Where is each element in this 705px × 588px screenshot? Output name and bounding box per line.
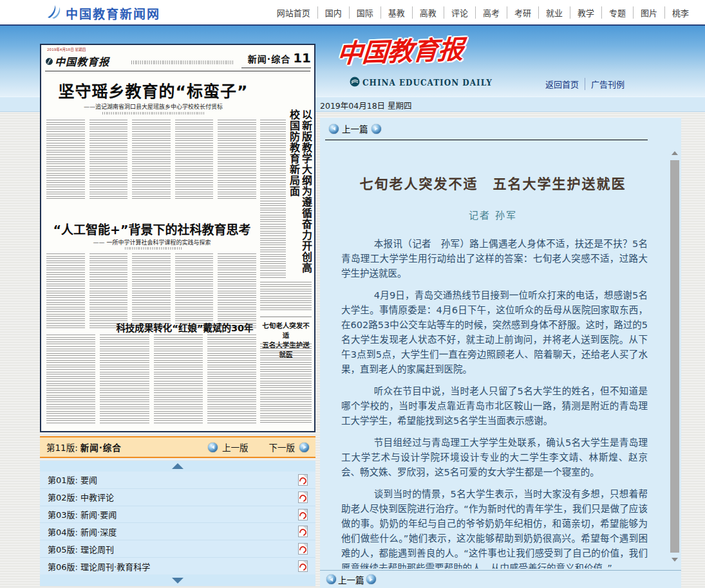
nav-item-jobs[interactable]: 就业 (538, 6, 570, 19)
edition-item-03[interactable]: 第03版: 新闻·要闻 (40, 506, 315, 524)
newspaper-byline-bar (102, 112, 205, 115)
collapse-arrow-icon (172, 463, 183, 469)
next-edition-link[interactable]: 下一版 (269, 441, 296, 454)
edition-item-04[interactable]: 第04版: 新闻·深度 (40, 523, 315, 540)
prev-article-icon-right-bottom[interactable] (366, 574, 376, 584)
current-date: 2019年04月18日 星期四 (320, 99, 412, 111)
scrollbar-thumb[interactable] (670, 160, 679, 553)
article-content: 七旬老人突发不适 五名大学生护送就医 记者 孙军 本报讯（记者 孙军）路上偶遇老… (320, 143, 666, 569)
current-edition-prefix: 第11版: (46, 441, 78, 454)
pdf-icon[interactable] (298, 492, 308, 503)
header-links: 返回首页 广告刊例 (540, 78, 630, 90)
article-prev-nav-bottom: 上一篇 (320, 570, 681, 588)
article-byline: 记者 孙军 (320, 208, 666, 221)
current-edition-name: 新闻·综合 (80, 441, 122, 454)
nav-item-taoli[interactable]: 桃李 (664, 6, 696, 19)
nav-item-basic-edu[interactable]: 基教 (381, 6, 412, 19)
scrollbar-up-arrow[interactable] (670, 149, 680, 158)
newspaper-tiny-date: 2019年4月18日 星期四 (47, 47, 86, 52)
paper-brand-icon (350, 77, 360, 89)
paragraph: 本报讯（记者 孙军）路上偶遇老人身体不适，扶还是不扶？5名青岛理工大学学生用行动… (341, 237, 648, 281)
article-title: 七旬老人突发不适 五名大学生护送就医 (320, 173, 666, 192)
collapse-list-bar[interactable] (40, 461, 315, 472)
nav-item-higher-edu[interactable]: 高教 (412, 6, 444, 19)
nav-item-teaching[interactable]: 教学 (570, 6, 601, 19)
nav-item-pictures[interactable]: 图片 (633, 6, 664, 19)
edition-item-01[interactable]: 第01版: 要闻 (40, 472, 315, 489)
next-edition-icon[interactable] (299, 443, 309, 452)
newspaper-headline-2-subtitle: —— 一所中学计算社会科学课程的实践与探索 (54, 238, 250, 246)
newspaper-headline-1: 坚守瑶乡教育的“标蛮子” (45, 78, 261, 102)
prev-article-icon-left-bottom[interactable] (326, 574, 336, 584)
expand-arrow-icon (172, 578, 183, 583)
site-logo-icon (45, 4, 62, 22)
nav-item-international[interactable]: 国际 (349, 6, 381, 19)
newspaper-text-columns-2 (46, 253, 256, 328)
edition-item-06[interactable]: 第06版: 理论周刊·教育科学 (40, 558, 315, 574)
newspaper-vertical-headline: 以新版教学大纲为遵循奋力开创高校国防教育新局面 (288, 109, 312, 275)
article-header-divider (325, 140, 648, 140)
edition-item-05[interactable]: 第05版: 理论周刊 (40, 540, 315, 558)
nav-item-special[interactable]: 专题 (601, 6, 633, 19)
newspaper-text-columns-3 (46, 335, 256, 423)
prev-edition-icon[interactable] (208, 443, 218, 452)
paragraph: 4月9日，青岛交通热线节目接到一位听众打来的电话，想感谢5名大学生。事情原委是：… (341, 288, 648, 377)
prev-article-icon-right[interactable] (371, 124, 381, 134)
paragraph: 听众在节目中说，当时老人只留了5名大学生的姓名，但不知道是哪个学校的，当时事发点… (341, 384, 648, 428)
edition-item-02[interactable]: 第02版: 中教评论 (40, 489, 315, 506)
newspaper-page-image[interactable]: 2019年4月18日 星期四 中国教育报 新闻·综合 11 坚守瑶乡教育的“标蛮… (40, 44, 315, 432)
newspaper-masthead-rule (45, 71, 310, 71)
newspaper-edition-label: 新闻·综合 11 (248, 50, 311, 66)
newspaper-headline-3: 科技成果转化“红娘”戴斌的30年 (112, 320, 258, 334)
newspaper-byline-bar-2 (125, 247, 183, 250)
article-paragraphs: 本报讯（记者 孙军）路上偶遇老人身体不适，扶还是不扶？5名青岛理工大学学生用行动… (341, 237, 648, 569)
nav-item-gaokao[interactable]: 高考 (475, 6, 507, 19)
edition-nav-bar: 第11版: 新闻·综合 上一版 下一版 (40, 436, 315, 458)
newspaper-text-columns (46, 120, 256, 201)
newspaper-masthead-smalltext (131, 60, 233, 64)
back-home-link[interactable]: 返回首页 (540, 78, 585, 90)
nav-item-domestic[interactable]: 国内 (317, 6, 349, 19)
site-logo-text: 中国教育新闻网 (66, 5, 160, 22)
article-panel: 上一篇 七旬老人突发不适 五名大学生护送就医 记者 孙军 本报讯（记者 孙军）路… (320, 118, 681, 588)
newspaper-masthead-logo: 中国教育报 (46, 53, 109, 69)
prev-edition-link[interactable]: 上一版 (222, 441, 249, 454)
paragraph: 谈到当时的情景，5名大学生表示，当时大家没有多想，只想着帮助老人尽快到医院进行治… (341, 487, 648, 569)
newspaper-right-column: 七旬老人突发不适 五名大学生护送就医 (260, 282, 312, 423)
top-navigation: 网站首页 国内 国际 基教 高教 评论 高考 考研 就业 教学 专题 图片 桃李 (270, 0, 696, 24)
nav-item-home[interactable]: 网站首页 (270, 6, 317, 19)
paragraph: 节目组经过与青岛理工大学学生处联系，确认5名大学生是青岛理工大学艺术与设计学院环… (341, 436, 648, 480)
site-logo[interactable]: 中国教育新闻网 (45, 4, 160, 22)
pdf-icon[interactable] (298, 560, 308, 572)
nav-item-comment[interactable]: 评论 (444, 6, 475, 19)
newspaper-edition-rule (241, 68, 311, 68)
edition-list: 第01版: 要闻 第02版: 中教评论 第03版: 新闻·要闻 第04版: 新闻… (40, 472, 315, 574)
pdf-icon[interactable] (298, 509, 308, 520)
top-site-bar: 中国教育新闻网 网站首页 国内 国际 基教 高教 评论 高考 考研 就业 教学 … (0, 0, 705, 24)
pdf-icon[interactable] (298, 474, 308, 486)
newspaper-headline-2: “人工智能+”背景下的社科教育思考 (45, 220, 259, 237)
nav-item-kaoyan[interactable]: 考研 (507, 6, 538, 19)
newspaper-headline-1-subtitle: ——追记湖南省洞口县大屋瑶族乡中心学校校长付贤标 (57, 102, 250, 111)
paper-brand-calligraphy: 中国教育报 (336, 29, 465, 71)
prev-article-icon-left[interactable] (329, 124, 339, 134)
pdf-icon[interactable] (298, 526, 308, 537)
prev-article-link-bottom[interactable]: 上一篇 (338, 573, 364, 586)
ad-rates-link[interactable]: 广告刊例 (585, 78, 630, 90)
newspaper-text-column-narrow (260, 120, 286, 279)
newspaper-logo-mark (46, 58, 53, 65)
paper-brand-english: CHINA EDUCATION DAILY (350, 77, 493, 89)
pdf-icon[interactable] (298, 543, 308, 555)
scrollbar-down-arrow[interactable] (670, 555, 680, 564)
article-prev-nav-top: 上一篇 (320, 118, 681, 140)
expand-list-bar[interactable] (40, 574, 315, 586)
prev-article-link-top[interactable]: 上一篇 (342, 122, 368, 135)
